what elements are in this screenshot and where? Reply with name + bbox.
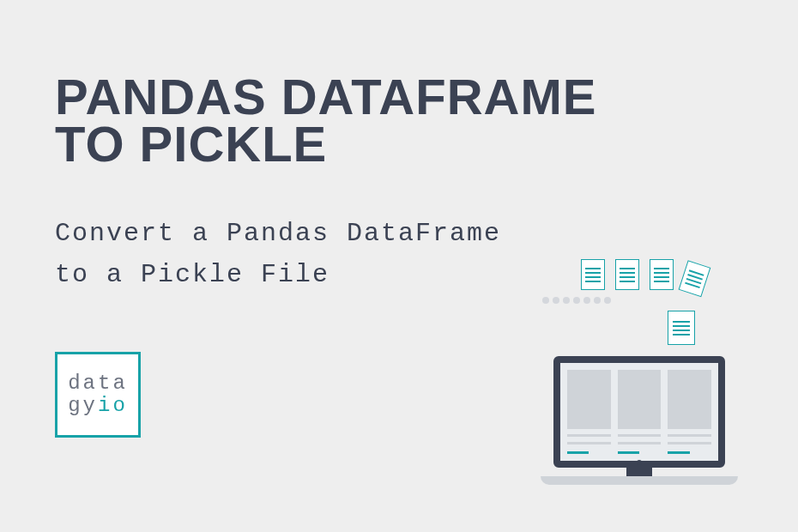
document-icon: [581, 259, 605, 290]
floating-documents-icon: [581, 259, 708, 290]
title-line-2: TO PICKLE: [55, 116, 327, 172]
decorative-dots-icon: [542, 297, 611, 304]
logo-gy: gy: [68, 394, 98, 417]
subtitle-line-2: to a Pickle File: [55, 260, 329, 289]
logo-io: io: [98, 394, 128, 417]
document-icon: [679, 260, 711, 297]
page-subtitle: Convert a Pandas DataFrame to a Pickle F…: [55, 213, 501, 295]
monitor-screen-icon: [553, 356, 725, 468]
document-icon: [615, 259, 639, 290]
document-icon: [650, 259, 674, 290]
computer-illustration-icon: [532, 356, 747, 485]
datagy-logo: data gyio: [55, 352, 141, 438]
monitor-base-icon: [541, 476, 738, 485]
logo-text-line2: gyio: [68, 395, 128, 417]
logo-text-line1: data: [68, 372, 128, 395]
subtitle-line-1: Convert a Pandas DataFrame: [55, 219, 501, 248]
document-icon: [668, 311, 695, 345]
page-title: PANDAS DATAFRAME TO PICKLE: [55, 73, 596, 167]
